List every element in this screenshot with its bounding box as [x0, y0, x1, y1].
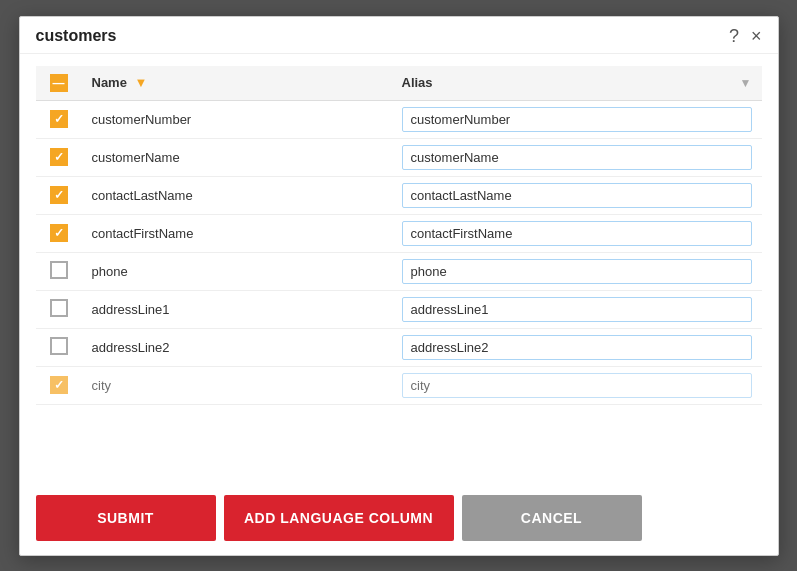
table-row: phone [36, 252, 762, 290]
table-header-row: Name ▼ Alias ▼ [36, 66, 762, 101]
table-row: customerName [36, 138, 762, 176]
row-checkbox[interactable] [50, 299, 68, 317]
table-body: customerNumbercustomerNamecontactLastNam… [36, 100, 762, 404]
row-checkbox[interactable] [50, 110, 68, 128]
alias-input[interactable] [402, 297, 752, 322]
row-name: contactFirstName [82, 214, 392, 252]
row-checkbox-cell[interactable] [36, 138, 82, 176]
row-checkbox-cell[interactable] [36, 252, 82, 290]
row-alias-cell[interactable] [392, 252, 762, 290]
row-alias-cell[interactable] [392, 366, 762, 404]
row-checkbox[interactable] [50, 376, 68, 394]
row-alias-cell[interactable] [392, 290, 762, 328]
alias-input[interactable] [402, 259, 752, 284]
row-checkbox[interactable] [50, 186, 68, 204]
row-checkbox[interactable] [50, 337, 68, 355]
name-filter-icon[interactable]: ▼ [135, 75, 148, 90]
dialog-body: Name ▼ Alias ▼ customerNumbercus [20, 54, 778, 481]
row-checkbox-cell[interactable] [36, 290, 82, 328]
table-row: customerNumber [36, 100, 762, 138]
th-alias-filter[interactable]: ▼ [730, 66, 762, 101]
row-alias-cell[interactable] [392, 138, 762, 176]
alias-filter-icon[interactable]: ▼ [740, 76, 752, 90]
row-checkbox[interactable] [50, 261, 68, 279]
dialog: customers ? × Name ▼ [19, 16, 779, 556]
row-checkbox-cell[interactable] [36, 328, 82, 366]
row-checkbox[interactable] [50, 148, 68, 166]
row-checkbox-cell[interactable] [36, 366, 82, 404]
th-name-label: Name [92, 75, 127, 90]
row-alias-cell[interactable] [392, 100, 762, 138]
th-select-all[interactable] [36, 66, 82, 101]
dialog-title: customers [36, 27, 117, 45]
row-name: city [82, 366, 392, 404]
alias-input[interactable] [402, 107, 752, 132]
row-name: addressLine1 [82, 290, 392, 328]
dialog-footer: SUBMIT ADD LANGUAGE COLUMN CANCEL [20, 481, 778, 555]
alias-input[interactable] [402, 221, 752, 246]
alias-input[interactable] [402, 183, 752, 208]
row-checkbox-cell[interactable] [36, 214, 82, 252]
row-name: customerName [82, 138, 392, 176]
row-name: phone [82, 252, 392, 290]
help-icon[interactable]: ? [729, 27, 739, 45]
th-alias-label: Alias [402, 75, 433, 90]
dialog-header-icons: ? × [729, 27, 762, 45]
row-name: contactLastName [82, 176, 392, 214]
row-name: customerNumber [82, 100, 392, 138]
table-row: addressLine2 [36, 328, 762, 366]
dialog-header: customers ? × [20, 17, 778, 54]
th-alias: Alias [392, 66, 730, 101]
master-checkbox[interactable] [50, 74, 68, 92]
alias-input[interactable] [402, 373, 752, 398]
cancel-button[interactable]: CANCEL [462, 495, 642, 541]
columns-table: Name ▼ Alias ▼ customerNumbercus [36, 66, 762, 405]
row-name: addressLine2 [82, 328, 392, 366]
table-row: contactFirstName [36, 214, 762, 252]
th-name: Name ▼ [82, 66, 392, 101]
row-checkbox-cell[interactable] [36, 176, 82, 214]
alias-input[interactable] [402, 335, 752, 360]
add-language-button[interactable]: ADD LANGUAGE COLUMN [224, 495, 454, 541]
row-checkbox-cell[interactable] [36, 100, 82, 138]
table-row: addressLine1 [36, 290, 762, 328]
table-scroll-wrapper[interactable]: Name ▼ Alias ▼ customerNumbercus [36, 66, 762, 406]
submit-button[interactable]: SUBMIT [36, 495, 216, 541]
table-row: contactLastName [36, 176, 762, 214]
table-row: city [36, 366, 762, 404]
row-alias-cell[interactable] [392, 176, 762, 214]
row-checkbox[interactable] [50, 224, 68, 242]
close-icon[interactable]: × [751, 27, 762, 45]
row-alias-cell[interactable] [392, 214, 762, 252]
row-alias-cell[interactable] [392, 328, 762, 366]
overlay: customers ? × Name ▼ [0, 0, 797, 571]
alias-input[interactable] [402, 145, 752, 170]
